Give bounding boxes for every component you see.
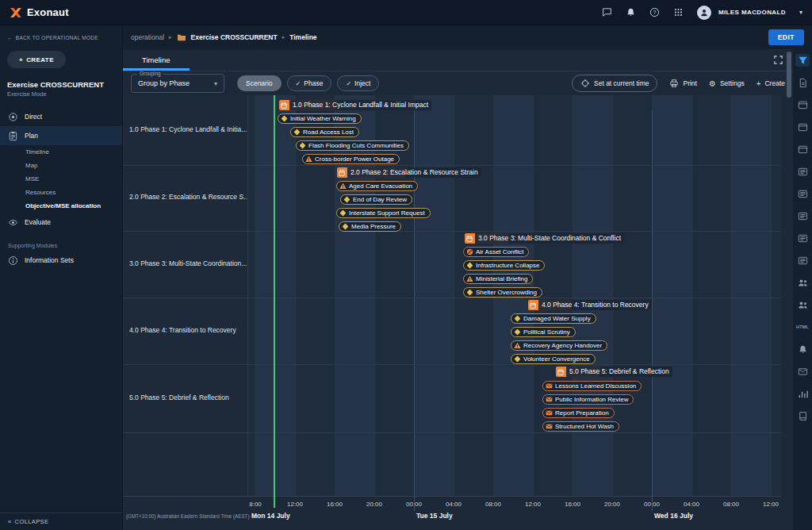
inject-pill[interactable]: Aged Care Evacuation bbox=[336, 181, 418, 191]
book-icon[interactable] bbox=[795, 409, 810, 422]
apps-grid-icon[interactable] bbox=[673, 7, 684, 17]
timeline-group-label: 4.0 Phase 4: Transition to Recovery bbox=[129, 326, 236, 334]
grid-band bbox=[652, 95, 691, 496]
notifications-icon[interactable] bbox=[626, 7, 636, 17]
phase-bar[interactable] bbox=[528, 300, 572, 310]
app-window: Exonaut ? MILES MACDONALD ▾ ← BACK TO OP… bbox=[0, 0, 812, 530]
avatar[interactable] bbox=[697, 6, 711, 20]
timeline-grid[interactable]: 1.0 Phase 1: Cyclone Landfall & Initial … bbox=[248, 95, 781, 496]
back-to-operational-mode-link[interactable]: ← BACK TO OPERATIONAL MODE bbox=[0, 25, 122, 40]
help-icon[interactable]: ? bbox=[649, 7, 660, 17]
chevron-down-icon[interactable]: ▾ bbox=[799, 9, 802, 16]
set-at-current-time-button[interactable]: Set at current time bbox=[572, 75, 657, 92]
grid-band bbox=[573, 95, 612, 496]
axis-hour-label: 16:00 bbox=[327, 501, 343, 508]
list-icon-2[interactable] bbox=[795, 187, 810, 200]
sidebar-item-objective-mse-allocation[interactable]: Objective/MSE allocation bbox=[0, 199, 122, 213]
card-icon-3[interactable] bbox=[795, 143, 810, 156]
inject-pill[interactable]: Ministerial Briefing bbox=[463, 274, 533, 284]
grouping-select[interactable]: Grouping Group by Phase ▾ bbox=[131, 74, 224, 93]
create-inject-button[interactable]: + Create bbox=[756, 79, 785, 88]
people-icon-1[interactable] bbox=[795, 276, 810, 289]
chip-scenario[interactable]: Scenario bbox=[237, 75, 282, 91]
inject-label: Cross-border Power Outage bbox=[315, 156, 394, 163]
inject-pill[interactable]: Public Information Review bbox=[542, 394, 634, 405]
create-label: Create bbox=[764, 79, 785, 87]
bell-icon[interactable] bbox=[795, 343, 810, 355]
time-axis: (GMT+10:00) Australian Eastern Standard … bbox=[123, 496, 781, 530]
brand[interactable]: Exonaut bbox=[10, 6, 69, 18]
inject-pill[interactable]: Interstate Support Request bbox=[336, 208, 431, 218]
inject-label: Lessons Learned Discussion bbox=[555, 382, 636, 390]
inject-label: Initial Weather Warning bbox=[290, 115, 356, 122]
mail-icon[interactable] bbox=[795, 365, 810, 378]
card-icon-3 bbox=[798, 144, 808, 155]
card-icon-1 bbox=[798, 100, 808, 110]
inject-pill[interactable]: End of Day Review bbox=[340, 194, 412, 205]
inject-pill[interactable]: Damaged Water Supply bbox=[511, 313, 596, 324]
sidebar-item-plan[interactable]: Plan bbox=[0, 126, 122, 145]
card-icon-1[interactable] bbox=[795, 98, 810, 111]
print-button[interactable]: Print bbox=[669, 79, 696, 88]
inject-pill[interactable]: Political Scrutiny bbox=[511, 327, 576, 337]
edit-button[interactable]: EDIT bbox=[768, 29, 804, 45]
inject-pill[interactable]: Structured Hot Wash bbox=[542, 421, 619, 432]
caret-down-icon: ▾ bbox=[214, 80, 217, 87]
phase-bar[interactable] bbox=[465, 233, 508, 244]
inject-pill[interactable]: Recovery Agency Handover bbox=[511, 340, 607, 351]
main-panel: Timeline Grouping Group by Phase ▾ Scena… bbox=[123, 49, 793, 530]
exercise-mode-label: Exercise Mode bbox=[0, 89, 122, 98]
document-icon[interactable] bbox=[795, 76, 810, 89]
sidebar-item-mse[interactable]: MSE bbox=[0, 172, 122, 186]
card-icon-2[interactable] bbox=[795, 121, 810, 133]
settings-button[interactable]: ⚙ Settings bbox=[709, 79, 745, 88]
sidebar-item-evaluate[interactable]: Evaluate bbox=[0, 213, 122, 232]
people-icon-2[interactable] bbox=[795, 298, 810, 311]
inject-pill[interactable]: Initial Weather Warning bbox=[278, 113, 362, 124]
chip-phase[interactable]: ✓Phase bbox=[287, 75, 332, 91]
inject-pill[interactable]: Shelter Overcrowding bbox=[463, 287, 542, 298]
inject-label: Recovery Agency Handover bbox=[523, 342, 602, 349]
sidebar-item-direct[interactable]: Direct bbox=[0, 107, 122, 126]
inject-pill[interactable]: Flash Flooding Cuts Communities bbox=[296, 140, 409, 151]
inject-label: Political Scrutiny bbox=[523, 328, 570, 336]
sidebar-item-timeline[interactable]: Timeline bbox=[0, 145, 122, 159]
vertical-scrollbar[interactable] bbox=[787, 52, 791, 98]
inject-pill[interactable]: Infrastructure Collapse bbox=[463, 260, 545, 271]
inject-pill[interactable]: Report Preparation bbox=[542, 408, 615, 418]
phase-bar[interactable] bbox=[337, 167, 405, 178]
inject-pill[interactable]: Media Pressure bbox=[339, 221, 401, 232]
breadcrumb-root[interactable]: operational bbox=[131, 33, 164, 41]
list-icon-5[interactable] bbox=[795, 254, 810, 267]
fullscreen-icon[interactable] bbox=[773, 55, 783, 65]
inject-pill[interactable]: Cross-border Power Outage bbox=[302, 154, 400, 164]
message-icon bbox=[546, 409, 553, 417]
inject-pill[interactable]: Lessons Learned Discussion bbox=[542, 381, 642, 391]
list-icon-4[interactable] bbox=[795, 232, 810, 244]
sidebar-item-resources[interactable]: Resources bbox=[0, 186, 122, 199]
topbar: Exonaut ? MILES MACDONALD ▾ bbox=[0, 0, 812, 25]
inject-pill[interactable]: Volunteer Convergence bbox=[511, 354, 596, 364]
inject-pill[interactable]: Road Access Lost bbox=[290, 127, 359, 137]
chart-icon[interactable] bbox=[795, 387, 810, 400]
information-sets-label: Information Sets bbox=[25, 256, 74, 264]
filter-icon[interactable] bbox=[795, 54, 810, 67]
html-icon[interactable]: HTML bbox=[795, 321, 810, 333]
inject-label: Structured Hot Wash bbox=[555, 423, 614, 430]
list-icon-3[interactable] bbox=[795, 209, 810, 222]
tab-timeline[interactable]: Timeline bbox=[123, 49, 190, 71]
inject-pill[interactable]: Air Asset Conflict bbox=[463, 247, 529, 257]
breadcrumb-exercise[interactable]: Exercise CROSSCURRENT bbox=[191, 33, 278, 41]
list-icon-1[interactable] bbox=[795, 165, 810, 178]
collapse-sidebar-button[interactable]: « COLLAPSE bbox=[0, 513, 122, 530]
sidebar-item-information-sets[interactable]: Information Sets bbox=[0, 251, 122, 270]
user-menu[interactable]: MILES MACDONALD bbox=[718, 9, 786, 16]
axis-day-label: Wed 16 July bbox=[654, 512, 693, 520]
create-button[interactable]: + CREATE bbox=[7, 51, 66, 68]
chat-icon[interactable] bbox=[602, 7, 612, 17]
chip-inject[interactable]: ✓Inject bbox=[337, 75, 379, 91]
sidebar-item-map[interactable]: Map bbox=[0, 159, 122, 172]
phase-bar[interactable] bbox=[279, 100, 336, 110]
set-at-current-time-label: Set at current time bbox=[594, 79, 649, 87]
phase-bar[interactable] bbox=[556, 367, 600, 377]
